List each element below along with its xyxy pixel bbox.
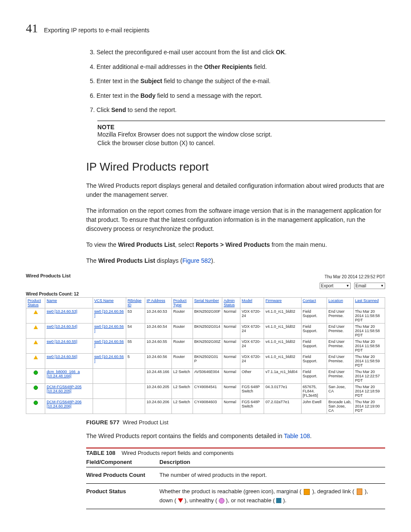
step-item: Enter text in the Subject field to chang… [97,77,385,86]
warning-icon [34,340,38,344]
table-link[interactable]: Table 108 [284,432,310,439]
para-2: The information on the report comes from… [86,206,385,233]
para-4: The Wired Products List displays (Figure… [86,256,385,265]
table-header[interactable]: Admin Status [222,298,240,308]
vcs-link[interactable]: sw0 [10.24.60.56 ] [94,339,124,348]
wired-products-count: Wired Products Count: 12 [26,292,385,296]
table-row: dcm_b8000_166_a [10.24.48.166]10.24.48.1… [26,369,385,384]
note-label: NOTE [97,124,385,131]
export-dropdown[interactable]: Export ▼ [320,283,351,289]
email-dropdown[interactable]: Email ▼ [354,283,385,289]
degraded-link-icon [357,488,362,495]
unhealthy-icon [219,498,224,504]
step-item: Click Send to send the report. [97,106,385,115]
table-row: sw0 [10.24.60.54]sw0 [10.24.60.56 ]5410.… [26,324,385,339]
vcs-link[interactable]: sw0 [10.24.60.56 ] [94,355,124,363]
t108-desc-2: Whether the product is reachable (green … [159,483,385,509]
product-name-link[interactable]: sw0 [10.24.60.56] [47,355,77,359]
marginal-icon [304,489,310,495]
t108-field-1: Wired Products Count [86,467,159,484]
wired-products-table: Product StatusNameVCS NameRBridge IDIP A… [26,297,385,414]
note-text-1: Mozilla Firefox Browser does not support… [97,131,385,139]
ok-icon [34,370,38,375]
warning-icon [34,310,38,314]
not-reachable-icon [276,498,281,503]
warning-icon [34,325,38,329]
table-row: sw0 [10.24.60.55]sw0 [10.24.60.56 ]5510.… [26,339,385,354]
figure-caption: FIGURE 577 Wired Product List [86,419,385,426]
table-header[interactable]: RBridge ID [126,298,145,308]
para-3: To view the Wired Products List, select … [86,240,385,249]
table-header[interactable]: Name [45,298,93,308]
table-header[interactable]: Last Scanned [354,298,385,308]
page-header: 41 Exporting IP reports to e-mail recipi… [26,22,385,35]
table-header[interactable]: Model [240,298,264,308]
step-item: Select the preconfigured e-mail user acc… [97,48,385,57]
table-header[interactable]: Product Status [26,298,45,308]
report-timestamp: Thu Mar 20 2014 12:29:52 PDT [324,274,385,279]
ok-icon [34,386,38,390]
table-row: sw0 [10.24.60.56]sw0 [10.24.60.56 ]510.2… [26,354,385,369]
note-text-2: Click the browser close button (X) to ca… [97,139,385,148]
product-name-link[interactable]: dcm_b8000_166_a [10.24.48.166] [47,370,80,378]
note-block: NOTE Mozilla Firefox Browser does not su… [97,121,385,147]
chevron-down-icon: ▼ [346,284,349,288]
table-row: DCM-FGS648P-205 [10.24.60.205]10.24.60.2… [26,384,385,399]
wired-products-report: Wired Products List Thu Mar 20 2014 12:2… [26,273,385,414]
table-header[interactable]: Firmware [264,298,301,308]
table-row: sw0 [10.24.60.53]sw0 [10.24.60.56 ]5310.… [26,308,385,324]
table-header[interactable]: Contact [301,298,327,308]
main-content: Select the preconfigured e-mail user acc… [86,48,385,265]
product-name-link[interactable]: DCM-FGS648P-206 [10.24.60.206] [47,400,81,408]
vcs-link[interactable]: sw0 [10.24.60.56 ] [94,324,124,333]
table-header[interactable]: Serial Number [193,298,222,308]
step-item: Enter text in the Body field to send a m… [97,92,385,100]
down-icon [178,498,183,503]
table-row: DCM-FGS648P-206 [10.24.60.206]10.24.60.2… [26,399,385,414]
product-name-link[interactable]: DCM-FGS648P-205 [10.24.60.205] [47,385,81,393]
header-title: Exporting IP reports to e-mail recipient… [44,27,149,34]
page-number: 41 [26,22,38,35]
step-item: Enter additional e-mail addresses in the… [97,63,385,72]
report-title: Wired Products List [26,273,71,278]
table-header[interactable]: Location [327,298,354,308]
section-heading: IP Wired Products report [86,160,385,174]
para-1: The Wired Products report displays gener… [86,181,385,199]
step-list: Select the preconfigured e-mail user acc… [86,48,385,115]
table-108: Field/Component Description Wired Produc… [86,457,385,509]
chevron-down-icon: ▼ [380,284,384,288]
table-header[interactable]: IP Address [145,298,172,308]
t108-desc-1: The number of wired products in the repo… [159,467,385,484]
table-header[interactable]: Product Type [172,298,193,308]
t108-header-desc: Description [159,457,385,467]
warning-icon [34,355,38,359]
para-5: The Wired Products report contains the f… [86,432,385,441]
table-header[interactable]: VCS Name [93,298,126,308]
product-name-link[interactable]: sw0 [10.24.60.54] [47,324,77,329]
t108-header-field: Field/Component [86,457,159,467]
table-caption: TABLE 108 Wired Products report fields a… [86,448,385,456]
product-name-link[interactable]: sw0 [10.24.60.53] [47,309,77,314]
product-name-link[interactable]: sw0 [10.24.60.55] [47,339,77,344]
ok-icon [34,401,38,405]
figure-link[interactable]: Figure 582 [182,257,211,264]
t108-field-2: Product Status [86,483,159,509]
vcs-link[interactable]: sw0 [10.24.60.56 ] [94,309,124,318]
